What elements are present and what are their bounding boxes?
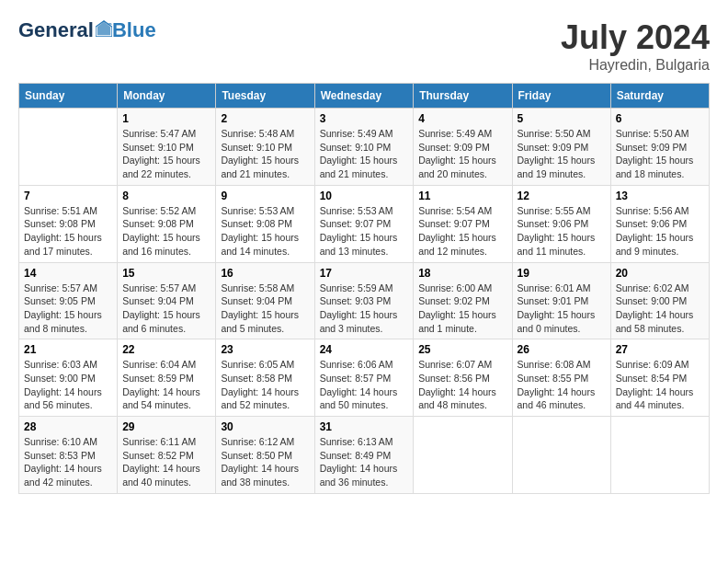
header-thursday: Thursday <box>414 84 512 109</box>
calendar-cell: 2Sunrise: 5:48 AM Sunset: 9:10 PM Daylig… <box>216 109 314 186</box>
calendar-cell: 27Sunrise: 6:09 AM Sunset: 8:54 PM Dayli… <box>610 339 709 417</box>
day-number: 2 <box>221 112 309 125</box>
day-number: 28 <box>24 420 112 433</box>
day-info: Sunrise: 5:49 AM Sunset: 9:10 PM Dayligh… <box>320 127 409 181</box>
day-info: Sunrise: 6:09 AM Sunset: 8:54 PM Dayligh… <box>616 358 704 412</box>
calendar-cell <box>512 417 610 494</box>
day-number: 15 <box>122 267 210 280</box>
day-info: Sunrise: 6:04 AM Sunset: 8:59 PM Dayligh… <box>122 358 210 412</box>
day-info: Sunrise: 5:51 AM Sunset: 9:08 PM Dayligh… <box>24 204 112 259</box>
day-info: Sunrise: 5:57 AM Sunset: 9:04 PM Dayligh… <box>122 282 210 336</box>
calendar-week-row: 21Sunrise: 6:03 AM Sunset: 9:00 PM Dayli… <box>19 339 710 417</box>
day-number: 29 <box>122 420 210 433</box>
day-number: 30 <box>221 420 309 433</box>
day-number: 7 <box>24 190 112 202</box>
calendar-week-row: 14Sunrise: 5:57 AM Sunset: 9:05 PM Dayli… <box>19 262 710 339</box>
calendar-cell: 22Sunrise: 6:04 AM Sunset: 8:59 PM Dayli… <box>118 339 216 417</box>
calendar-cell: 13Sunrise: 5:56 AM Sunset: 9:06 PM Dayli… <box>610 185 709 262</box>
day-info: Sunrise: 6:01 AM Sunset: 9:01 PM Dayligh… <box>518 282 606 336</box>
calendar-cell: 28Sunrise: 6:10 AM Sunset: 8:53 PM Dayli… <box>19 417 118 494</box>
day-number: 26 <box>518 343 606 356</box>
page-header: General Blue July 2024 Hayredin, Bulgari… <box>18 18 710 74</box>
day-info: Sunrise: 6:13 AM Sunset: 8:49 PM Dayligh… <box>320 435 409 489</box>
day-number: 17 <box>320 267 409 280</box>
day-number: 14 <box>24 267 112 280</box>
day-info: Sunrise: 5:56 AM Sunset: 9:06 PM Dayligh… <box>616 204 704 259</box>
day-info: Sunrise: 6:11 AM Sunset: 8:52 PM Dayligh… <box>122 435 210 489</box>
calendar-cell: 26Sunrise: 6:08 AM Sunset: 8:55 PM Dayli… <box>512 339 610 417</box>
day-info: Sunrise: 6:02 AM Sunset: 9:00 PM Dayligh… <box>616 282 704 336</box>
header-wednesday: Wednesday <box>314 84 414 109</box>
calendar-cell: 3Sunrise: 5:49 AM Sunset: 9:10 PM Daylig… <box>314 109 414 186</box>
calendar-week-row: 7Sunrise: 5:51 AM Sunset: 9:08 PM Daylig… <box>19 185 710 262</box>
day-number: 9 <box>221 190 309 202</box>
day-number: 6 <box>616 112 704 125</box>
calendar-cell: 8Sunrise: 5:52 AM Sunset: 9:08 PM Daylig… <box>118 185 216 262</box>
day-number: 24 <box>320 343 409 356</box>
day-number: 25 <box>418 343 506 356</box>
day-number: 31 <box>320 420 409 433</box>
header-monday: Monday <box>118 84 216 109</box>
day-info: Sunrise: 5:47 AM Sunset: 9:10 PM Dayligh… <box>122 127 210 181</box>
header-friday: Friday <box>512 84 610 109</box>
calendar-cell: 6Sunrise: 5:50 AM Sunset: 9:09 PM Daylig… <box>610 109 709 186</box>
calendar-cell: 12Sunrise: 5:55 AM Sunset: 9:06 PM Dayli… <box>512 185 610 262</box>
calendar-cell: 30Sunrise: 6:12 AM Sunset: 8:50 PM Dayli… <box>216 417 314 494</box>
day-info: Sunrise: 6:05 AM Sunset: 8:58 PM Dayligh… <box>221 358 309 412</box>
title-area: July 2024 Hayredin, Bulgaria <box>561 18 710 74</box>
calendar-cell: 20Sunrise: 6:02 AM Sunset: 9:00 PM Dayli… <box>610 262 709 339</box>
month-title: July 2024 <box>561 18 710 57</box>
day-info: Sunrise: 5:50 AM Sunset: 9:09 PM Dayligh… <box>616 127 704 181</box>
calendar-week-row: 1Sunrise: 5:47 AM Sunset: 9:10 PM Daylig… <box>19 109 710 186</box>
day-info: Sunrise: 5:50 AM Sunset: 9:09 PM Dayligh… <box>518 127 606 181</box>
day-info: Sunrise: 6:07 AM Sunset: 8:56 PM Dayligh… <box>418 358 506 412</box>
day-info: Sunrise: 5:54 AM Sunset: 9:07 PM Dayligh… <box>418 204 506 259</box>
day-info: Sunrise: 5:48 AM Sunset: 9:10 PM Dayligh… <box>221 127 309 181</box>
calendar-cell: 23Sunrise: 6:05 AM Sunset: 8:58 PM Dayli… <box>216 339 314 417</box>
day-number: 5 <box>518 112 606 125</box>
day-number: 16 <box>221 267 309 280</box>
day-number: 3 <box>320 112 409 125</box>
calendar-cell: 21Sunrise: 6:03 AM Sunset: 9:00 PM Dayli… <box>19 339 118 417</box>
day-number: 19 <box>518 267 606 280</box>
calendar-cell: 11Sunrise: 5:54 AM Sunset: 9:07 PM Dayli… <box>414 185 512 262</box>
logo-icon <box>96 20 112 37</box>
calendar-cell: 9Sunrise: 5:53 AM Sunset: 9:08 PM Daylig… <box>216 185 314 262</box>
day-number: 1 <box>122 112 210 125</box>
calendar-cell: 10Sunrise: 5:53 AM Sunset: 9:07 PM Dayli… <box>314 185 414 262</box>
calendar-cell <box>19 109 118 186</box>
calendar-header-row: SundayMondayTuesdayWednesdayThursdayFrid… <box>19 84 710 109</box>
day-info: Sunrise: 6:06 AM Sunset: 8:57 PM Dayligh… <box>320 358 409 412</box>
day-info: Sunrise: 6:10 AM Sunset: 8:53 PM Dayligh… <box>24 435 112 489</box>
day-info: Sunrise: 5:53 AM Sunset: 9:07 PM Dayligh… <box>320 204 409 259</box>
calendar-cell: 1Sunrise: 5:47 AM Sunset: 9:10 PM Daylig… <box>118 109 216 186</box>
day-info: Sunrise: 5:57 AM Sunset: 9:05 PM Dayligh… <box>24 282 112 336</box>
header-tuesday: Tuesday <box>216 84 314 109</box>
day-number: 8 <box>122 190 210 202</box>
logo-blue-text: Blue <box>112 18 156 42</box>
calendar-cell: 29Sunrise: 6:11 AM Sunset: 8:52 PM Dayli… <box>118 417 216 494</box>
day-info: Sunrise: 5:55 AM Sunset: 9:06 PM Dayligh… <box>518 204 606 259</box>
day-number: 27 <box>616 343 704 356</box>
calendar-cell <box>610 417 709 494</box>
day-info: Sunrise: 6:12 AM Sunset: 8:50 PM Dayligh… <box>221 435 309 489</box>
day-number: 13 <box>616 190 704 202</box>
day-number: 21 <box>24 343 112 356</box>
day-number: 23 <box>221 343 309 356</box>
calendar-cell: 25Sunrise: 6:07 AM Sunset: 8:56 PM Dayli… <box>414 339 512 417</box>
logo-general-text: General <box>18 18 94 42</box>
day-info: Sunrise: 6:08 AM Sunset: 8:55 PM Dayligh… <box>518 358 606 412</box>
day-number: 4 <box>418 112 506 125</box>
day-info: Sunrise: 5:59 AM Sunset: 9:03 PM Dayligh… <box>320 282 409 336</box>
day-info: Sunrise: 6:03 AM Sunset: 9:00 PM Dayligh… <box>24 358 112 412</box>
day-info: Sunrise: 5:53 AM Sunset: 9:08 PM Dayligh… <box>221 204 309 259</box>
calendar-cell: 7Sunrise: 5:51 AM Sunset: 9:08 PM Daylig… <box>19 185 118 262</box>
day-info: Sunrise: 5:49 AM Sunset: 9:09 PM Dayligh… <box>418 127 506 181</box>
calendar-cell: 19Sunrise: 6:01 AM Sunset: 9:01 PM Dayli… <box>512 262 610 339</box>
calendar-cell: 15Sunrise: 5:57 AM Sunset: 9:04 PM Dayli… <box>118 262 216 339</box>
calendar-table: SundayMondayTuesdayWednesdayThursdayFrid… <box>18 83 710 494</box>
calendar-cell: 18Sunrise: 6:00 AM Sunset: 9:02 PM Dayli… <box>414 262 512 339</box>
day-number: 11 <box>418 190 506 202</box>
day-info: Sunrise: 5:58 AM Sunset: 9:04 PM Dayligh… <box>221 282 309 336</box>
day-number: 18 <box>418 267 506 280</box>
